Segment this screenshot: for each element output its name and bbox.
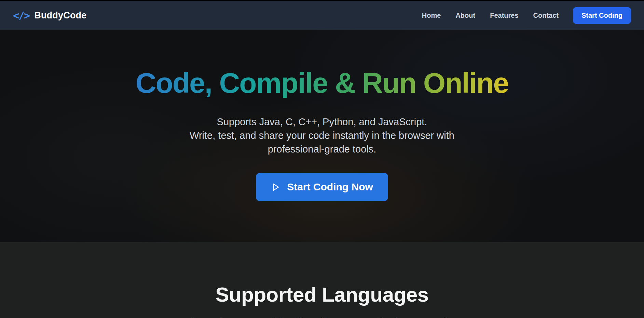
section-title: Supported Languages <box>0 283 644 306</box>
nav-right: Home About Features Contact Start Coding <box>422 7 631 24</box>
nav-item-contact[interactable]: Contact <box>533 12 559 19</box>
supported-languages-section: Supported Languages Choose from our care… <box>0 242 644 318</box>
hero-section: Code, Compile & Run Online Supports Java… <box>0 30 644 242</box>
navbar: </> BuddyCode Home About Features Contac… <box>0 0 644 30</box>
hero-subtitle-line: Write, test, and share your code instant… <box>0 129 644 142</box>
brand-name: BuddyCode <box>34 10 86 21</box>
start-coding-button[interactable]: Start Coding <box>573 7 631 24</box>
hero-subtitle: Supports Java, C, C++, Python, and JavaS… <box>0 115 644 156</box>
play-icon <box>271 183 280 192</box>
nav-item-about[interactable]: About <box>455 12 475 19</box>
hero-title: Code, Compile & Run Online <box>136 30 508 98</box>
start-coding-now-button[interactable]: Start Coding Now <box>256 173 388 201</box>
hero-subtitle-line: professional-grade tools. <box>0 142 644 156</box>
nav-item-home[interactable]: Home <box>422 12 441 19</box>
code-slash-icon: </> <box>13 10 29 21</box>
hero-cta-label: Start Coding Now <box>287 181 373 193</box>
section-description: Choose from our carefully selected langu… <box>0 316 644 318</box>
brand-logo[interactable]: </> BuddyCode <box>13 10 86 21</box>
nav-item-features[interactable]: Features <box>490 12 518 19</box>
hero-subtitle-line: Supports Java, C, C++, Python, and JavaS… <box>0 115 644 129</box>
nav-links: Home About Features Contact <box>422 12 559 19</box>
